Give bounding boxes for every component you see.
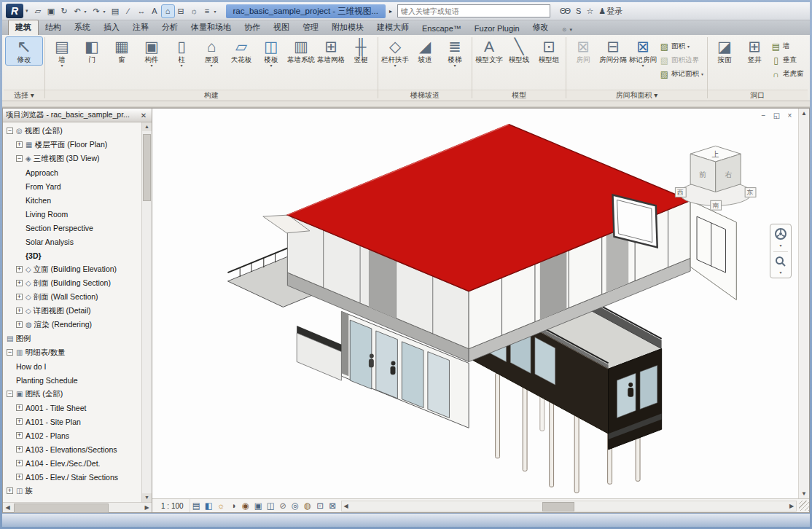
scroll-track[interactable]: [799, 118, 809, 489]
ribbon-button-wall[interactable]: ▤墙▾: [47, 37, 77, 68]
scroll-up-icon[interactable]: ▲: [142, 122, 152, 131]
canvas-hscrollbar[interactable]: ◀ ▶: [341, 501, 797, 512]
ribbon-button-area[interactable]: ▨面积▾: [658, 39, 705, 53]
unlocked-view-icon[interactable]: ⊘: [277, 501, 289, 511]
reveal-hidden-elements-icon[interactable]: ◍: [302, 501, 314, 511]
expand-icon[interactable]: +: [16, 294, 23, 300]
temporary-view-properties-icon[interactable]: ⊡: [314, 501, 327, 511]
project-browser-hscrollbar[interactable]: ◀ ▶: [3, 502, 152, 512]
tree-item[interactable]: Kitchen: [3, 193, 141, 207]
tab-附加模块[interactable]: 附加模块: [325, 20, 370, 35]
tree-item[interactable]: +A102 - Plans: [3, 428, 141, 442]
tab-体量和场地[interactable]: 体量和场地: [184, 20, 238, 35]
text-icon[interactable]: A: [149, 5, 161, 17]
tree-item[interactable]: −◈三维视图 (3D View): [3, 152, 141, 165]
ribbon-button-floor[interactable]: ◫楼板▾: [257, 37, 286, 68]
tree-item[interactable]: −▥明细表/数量: [3, 345, 141, 359]
ribbon-button-ramp[interactable]: ◢坡道: [410, 37, 440, 65]
aligned-dimension-icon[interactable]: ↔: [136, 5, 148, 17]
scroll-down-icon[interactable]: ▼: [142, 493, 152, 502]
redo-icon[interactable]: ↷: [90, 5, 103, 17]
sign-in-button[interactable]: 登录: [606, 6, 622, 17]
application-menu-dropdown-icon[interactable]: ▾: [26, 8, 28, 14]
tab-结构[interactable]: 结构: [39, 20, 68, 35]
ribbon-button-column[interactable]: ▯柱▾: [167, 37, 196, 68]
ribbon-button-curtain-system[interactable]: ▥幕墙系统: [286, 37, 316, 65]
expand-icon[interactable]: +: [16, 266, 23, 273]
tree-item[interactable]: Section Perspective: [3, 221, 141, 235]
ribbon-button-model-line[interactable]: ╲模型线: [504, 37, 534, 65]
tab-Fuzor Plugin[interactable]: Fuzor Plugin: [468, 23, 526, 35]
project-browser-close-icon[interactable]: ✕: [138, 111, 149, 119]
ribbon-button-tag-area[interactable]: ▨标记面积▾: [658, 67, 705, 81]
tab-建模大师[interactable]: 建模大师: [370, 20, 415, 35]
zoom-icon[interactable]: [775, 256, 786, 267]
resize-grip[interactable]: [799, 501, 809, 511]
tab-视图[interactable]: 视图: [267, 20, 296, 35]
revit-application-menu-icon[interactable]: R: [6, 4, 23, 18]
scroll-track[interactable]: [142, 131, 152, 493]
expand-icon[interactable]: +: [16, 141, 23, 148]
scroll-down-icon[interactable]: ▼: [799, 489, 809, 498]
sun-path-icon[interactable]: ☼: [215, 501, 227, 510]
ribbon-button-component[interactable]: ▣构件▾: [137, 37, 166, 68]
ribbon-button-roof[interactable]: ⌂屋顶▾: [197, 37, 226, 68]
expand-icon[interactable]: +: [7, 487, 13, 494]
scroll-thumb[interactable]: [542, 502, 574, 512]
expand-icon[interactable]: +: [16, 432, 23, 439]
default-3d-view-icon[interactable]: ⌂: [162, 5, 174, 17]
expand-icon[interactable]: +: [16, 307, 23, 314]
thin-lines-icon[interactable]: ≡: [201, 5, 214, 17]
collapse-icon[interactable]: −: [16, 155, 23, 162]
scroll-left-icon[interactable]: ◀: [342, 503, 351, 509]
tree-item[interactable]: Solar Analysis: [3, 235, 141, 248]
tab-注释[interactable]: 注释: [126, 20, 155, 35]
scroll-thumb[interactable]: [143, 134, 151, 201]
expand-icon[interactable]: +: [16, 460, 23, 466]
tree-item[interactable]: From Yard: [3, 179, 141, 193]
tree-item[interactable]: How do I: [3, 359, 141, 373]
ribbon-button-mullion[interactable]: ╫竖梃: [346, 37, 375, 65]
ribbon-button-dormer[interactable]: ∩老虎窗: [770, 67, 805, 81]
user-icon[interactable]: ♟: [598, 7, 604, 16]
section-icon[interactable]: ⊟: [175, 5, 187, 17]
tree-item[interactable]: +A103 - Elevations/Sections: [3, 442, 141, 456]
favorites-icon[interactable]: ☆: [586, 7, 592, 16]
rendering-dialog-icon[interactable]: ◉: [240, 501, 252, 511]
expand-icon[interactable]: +: [16, 446, 23, 452]
zoom-dropdown-icon[interactable]: ▾: [779, 270, 781, 275]
undo-dropdown-icon[interactable]: ▾: [85, 9, 90, 14]
tab-修改[interactable]: 修改: [526, 20, 555, 35]
drawing-canvas[interactable]: 西 东 南 上 前 右: [152, 109, 798, 498]
tab-Enscape™[interactable]: Enscape™: [415, 23, 468, 35]
scroll-up-icon[interactable]: ▲: [799, 109, 809, 118]
tree-item[interactable]: +◇详图视图 (Detail): [3, 304, 141, 318]
collapse-icon[interactable]: −: [7, 349, 13, 356]
help-search-input[interactable]: [397, 4, 550, 17]
sun-settings-icon[interactable]: ☼: [188, 5, 200, 17]
ribbon-button-model-group[interactable]: ⊡模型组: [534, 37, 563, 65]
tree-item[interactable]: +◇立面 (Building Elevation): [3, 262, 141, 276]
ribbon-minimize-icon[interactable]: ▾: [569, 27, 572, 33]
tab-插入[interactable]: 插入: [97, 20, 126, 35]
ribbon-button-vertical-opening[interactable]: ▯垂直: [770, 53, 805, 67]
tree-item[interactable]: +▦楼层平面 (Floor Plan): [3, 138, 141, 152]
ribbon-button-window[interactable]: ▦窗: [107, 37, 136, 65]
expand-icon[interactable]: +: [16, 280, 23, 286]
tree-item[interactable]: −◎视图 (全部): [3, 124, 141, 138]
tree-item[interactable]: +◍渲染 (Rendering): [3, 318, 141, 332]
tree-item[interactable]: Approach: [3, 165, 141, 179]
collapse-icon[interactable]: −: [7, 391, 13, 397]
tree-item[interactable]: +A001 - Title Sheet: [3, 401, 141, 415]
ribbon-button-room[interactable]: ⊠房间: [569, 37, 598, 65]
ribbon-button-room-separator[interactable]: ⊟房间分隔: [598, 37, 628, 65]
ribbon-button-model-text[interactable]: A模型文字: [475, 37, 504, 65]
ribbon-button-stair[interactable]: ≣楼梯▾: [440, 37, 469, 68]
ribbon-button-door[interactable]: ◧门: [77, 37, 106, 65]
tree-item[interactable]: {3D}: [3, 248, 141, 262]
temporary-hide-isolate-icon[interactable]: ◎: [289, 501, 302, 511]
tree-item[interactable]: Living Room: [3, 207, 141, 221]
expand-icon[interactable]: +: [16, 404, 23, 411]
ribbon-options-icon[interactable]: ⊙: [563, 27, 567, 33]
redo-dropdown-icon[interactable]: ▾: [104, 9, 109, 14]
